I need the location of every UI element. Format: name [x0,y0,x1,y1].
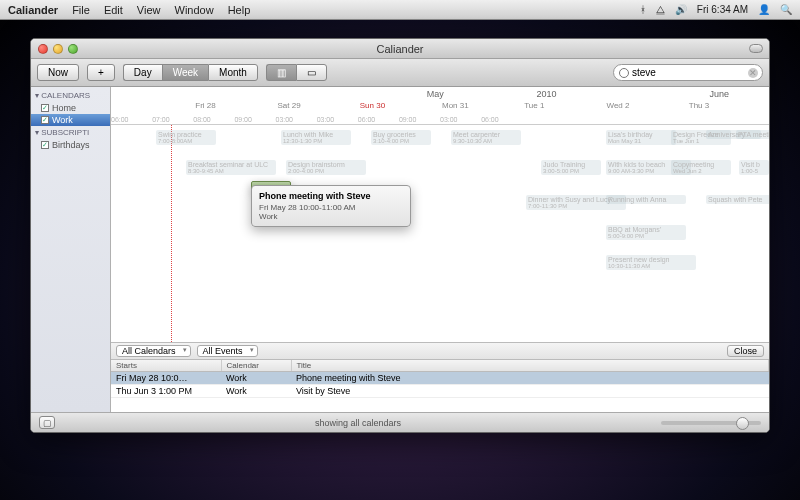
volume-icon[interactable]: 🔊 [675,4,687,15]
day-header: Wed 2 [605,101,687,110]
sidebar: ▾ CALENDARS ✓Home ✓Work ▾ SUBSCRIPTI ✓Bi… [31,87,111,412]
toolbar: Now + Day Week Month ▥ ▭ [31,59,769,87]
day-header: Sun 30 [358,101,440,110]
event-popup: Phone meeting with Steve Fri May 28 10:0… [251,185,411,227]
event[interactable]: Running with Anna [606,195,686,204]
event[interactable]: Present new design10:30-11:30 AM [606,255,696,270]
add-button[interactable]: + [87,64,115,81]
event[interactable]: Design brainstorm2:00-4:00 PM [286,160,366,175]
hour-label: 09:00 [399,116,440,123]
calendar-header: May 2010 June Fri 28Sat 29Sun 30Mon 31Tu… [111,87,769,125]
drawer-toggle-button[interactable]: ▢ [39,416,55,429]
system-menubar: Caliander File Edit View Window Help ᚼ ⧋… [0,0,800,20]
search-results: Starts Calendar Title Fri May 28 10:0…Wo… [111,360,769,412]
event[interactable]: Breakfast seminar at ULC8:30-9:45 AM [186,160,276,175]
month-label: May [427,89,444,99]
event[interactable]: Squash with Pete [706,195,769,204]
menubar-help[interactable]: Help [228,4,251,16]
day-header: Tue 1 [522,101,604,110]
hour-label: 03:00 [440,116,481,123]
sidebar-item-work[interactable]: ✓Work [31,114,110,126]
result-row[interactable]: Thu Jun 3 1:00 PMWorkVisit by Steve [111,385,769,398]
menubar-edit[interactable]: Edit [104,4,123,16]
titlebar: Caliander [31,39,769,59]
zoom-slider[interactable] [661,421,761,425]
timeline[interactable]: Phone meeting with Steve Fri May 28 10:0… [111,125,769,342]
hour-label [605,116,646,123]
main-area: May 2010 June Fri 28Sat 29Sun 30Mon 31Tu… [111,87,769,412]
status-bar: ▢ showing all calendars [31,412,769,432]
view-day[interactable]: Day [123,64,162,81]
checkbox-icon[interactable]: ✓ [41,116,49,124]
event[interactable]: Buy groceries3:10-4:00 PM [371,130,431,145]
search-field[interactable] [613,64,763,81]
search-input[interactable] [632,67,746,78]
event[interactable]: Meet carpenter9:30-10:30 AM [451,130,521,145]
day-header: Sat 29 [276,101,358,110]
col-calendar[interactable]: Calendar [221,360,291,372]
wifi-icon[interactable]: ⧋ [656,4,665,16]
now-button[interactable]: Now [37,64,79,81]
hour-label: 06:00 [358,116,399,123]
menubar-view[interactable]: View [137,4,161,16]
result-row[interactable]: Fri May 28 10:0…WorkPhone meeting with S… [111,372,769,385]
density-segment: ▥ ▭ [266,64,327,81]
event[interactable]: Swim practice7:00-8:00AM [156,130,216,145]
day-header [111,101,193,110]
event[interactable]: Lunch with Mike12:30-1:30 PM [281,130,351,145]
popup-time: Fri May 28 10:00-11:00 AM [259,203,403,212]
filter-bar: All Calendars All Events Close [111,342,769,360]
sidebar-item-birthdays[interactable]: ✓Birthdays [31,139,110,151]
hour-label: 09:00 [234,116,275,123]
app-window: Caliander Now + Day Week Month ▥ ▭ ▾ CAL… [30,38,770,433]
menubar-app[interactable]: Caliander [8,4,58,16]
toolbar-toggle-pill[interactable] [749,44,763,53]
hour-label [522,116,563,123]
event[interactable]: BBQ at Morgans'5:00-9:00 PM [606,225,686,240]
hour-label [687,116,728,123]
hour-label: 03:00 [276,116,317,123]
menubar-window[interactable]: Window [175,4,214,16]
sidebar-item-home[interactable]: ✓Home [31,102,110,114]
popup-title: Phone meeting with Steve [259,191,403,201]
hour-label [646,116,687,123]
hour-label: 03:00 [317,116,358,123]
hour-label: 08:00 [193,116,234,123]
hour-label: 06:00 [481,116,522,123]
sidebar-group-calendars: ▾ CALENDARS [31,89,110,102]
hour-label: 07:00 [152,116,193,123]
day-header: Mon 31 [440,101,522,110]
menubar-file[interactable]: File [72,4,90,16]
hour-label [728,116,769,123]
checkbox-icon[interactable]: ✓ [41,104,49,112]
view-week[interactable]: Week [162,64,208,81]
event[interactable]: Visit b1:00-5 [739,160,769,175]
event[interactable]: CopymeetingWed Jun 2 [671,160,731,175]
view-month[interactable]: Month [208,64,258,81]
hour-label: 06:00 [111,116,152,123]
bluetooth-icon[interactable]: ᚼ [640,4,646,15]
today-indicator [171,125,172,342]
hour-label [563,116,604,123]
event[interactable]: Lisa's birthdayMon May 31 [606,130,676,145]
window-title: Caliander [31,43,769,55]
clock[interactable]: Fri 6:34 AM [697,4,748,15]
user-icon[interactable]: 👤 [758,4,770,15]
month2-label: June [709,89,729,99]
event[interactable]: PTA meeting [736,130,769,139]
view-segment: Day Week Month [123,64,258,81]
filter-events[interactable]: All Events [197,345,258,357]
day-header: Thu 3 [687,101,769,110]
density-list[interactable]: ▭ [296,64,327,81]
col-title[interactable]: Title [291,360,769,372]
spotlight-icon[interactable]: 🔍 [780,4,792,15]
day-header: Fri 28 [193,101,275,110]
col-starts[interactable]: Starts [111,360,221,372]
sidebar-group-subscriptions: ▾ SUBSCRIPTI [31,126,110,139]
filter-calendars[interactable]: All Calendars [116,345,191,357]
popup-calendar: Work [259,212,403,221]
event[interactable]: Judo Training3:00-5:00 PM [541,160,601,175]
checkbox-icon[interactable]: ✓ [41,141,49,149]
density-compact[interactable]: ▥ [266,64,296,81]
close-results-button[interactable]: Close [727,345,764,357]
